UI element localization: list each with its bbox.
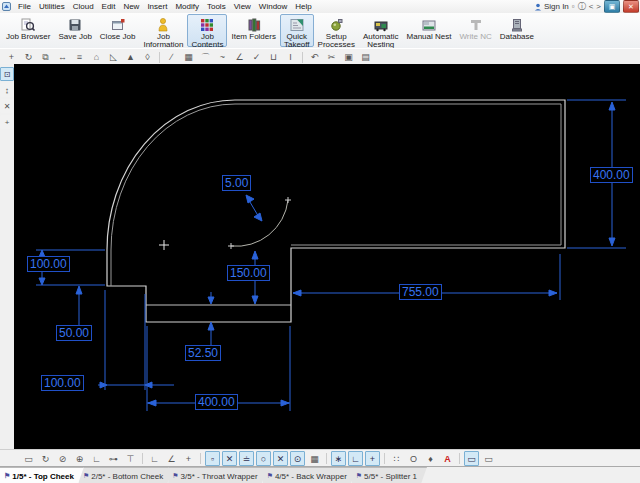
- midpoint-snap-icon[interactable]: ⊶: [106, 451, 121, 466]
- menu-window[interactable]: Window: [255, 0, 291, 13]
- cut-tool-icon[interactable]: ✂: [324, 50, 339, 65]
- tab-top-cheek[interactable]: ⚑ 1/5* - Top Cheek: [0, 467, 84, 483]
- curve-tool-icon[interactable]: ~: [215, 50, 230, 65]
- paste-tool-icon[interactable]: ▤: [358, 50, 373, 65]
- dim-tab-width[interactable]: 400.00: [195, 394, 238, 410]
- automatic-nesting-button[interactable]: AutomaticNesting: [359, 14, 403, 47]
- menu-new[interactable]: New: [119, 0, 143, 13]
- menu-file[interactable]: File: [14, 0, 35, 13]
- menu-edit[interactable]: Edit: [98, 0, 120, 13]
- pointer-icon[interactable]: ♦: [423, 451, 438, 466]
- grid-tool-icon[interactable]: ▦: [181, 50, 196, 65]
- save-job-button[interactable]: Save Job: [54, 14, 95, 47]
- text-tool-icon[interactable]: I: [283, 50, 298, 65]
- dim-left-height[interactable]: 100.00: [27, 256, 70, 272]
- center-snap-icon[interactable]: ⊕: [72, 451, 87, 466]
- undo-tool-icon[interactable]: ↶: [307, 50, 322, 65]
- dim-bottom-left[interactable]: 100.00: [41, 375, 84, 391]
- stretch-tool-icon[interactable]: ↔: [55, 50, 70, 65]
- trim-tool-icon[interactable]: ∕: [164, 50, 179, 65]
- chamfer-tool-icon[interactable]: ◺: [106, 50, 121, 65]
- add-point-tool-icon[interactable]: +: [0, 115, 14, 129]
- intersect-toggle-icon[interactable]: ✕: [222, 451, 237, 466]
- rotate-tool-icon[interactable]: ↻: [21, 50, 36, 65]
- dim-radius[interactable]: 5.00: [222, 175, 251, 191]
- copy-tool-icon[interactable]: ⧉: [38, 50, 53, 65]
- angle-tool-icon[interactable]: ∠: [232, 50, 247, 65]
- window-select-icon[interactable]: ▭: [21, 451, 36, 466]
- erase-tool-icon[interactable]: ✕: [0, 99, 14, 113]
- part-outline[interactable]: [107, 100, 565, 322]
- setup-processes-icon: [328, 17, 344, 33]
- cross-toggle-icon[interactable]: ✕: [273, 451, 288, 466]
- dim-left-offset[interactable]: 50.00: [56, 325, 92, 341]
- quadrant-toggle-icon[interactable]: ⊙: [290, 451, 305, 466]
- close-window-button[interactable]: ✕: [623, 0, 639, 13]
- grid-toggle-icon[interactable]: ▦: [307, 451, 322, 466]
- comment-icon[interactable]: ▭: [464, 451, 479, 466]
- comment2-icon[interactable]: ▭: [481, 451, 496, 466]
- menu-modify[interactable]: Modify: [171, 0, 203, 13]
- dim-tab-drop[interactable]: 150.00: [227, 265, 270, 281]
- quick-takeoff-button[interactable]: QuickTakeoff: [280, 14, 314, 47]
- job-contents-button[interactable]: JobContents: [187, 14, 227, 47]
- menu-tools[interactable]: Tools: [203, 0, 230, 13]
- item-folders-button[interactable]: Item Folders: [227, 14, 279, 47]
- job-information-button[interactable]: JobInformation: [139, 14, 187, 47]
- tab-splitter-1[interactable]: ⚑ 5/5* - Splitter 1: [352, 467, 427, 483]
- flag-icon: ⚑: [172, 472, 178, 480]
- drawing-canvas[interactable]: 5.00 100.00 50.00 100.00 400.00 150.00 5…: [14, 64, 640, 449]
- corner-snap-icon[interactable]: ∟: [89, 451, 104, 466]
- redline-tool-icon[interactable]: ⊡: [0, 67, 14, 81]
- pin-tool-icon[interactable]: ↨: [0, 83, 14, 97]
- ortho-toggle-icon[interactable]: ∟: [348, 451, 363, 466]
- offset-tool-icon[interactable]: ≡: [72, 50, 87, 65]
- restore-window-button[interactable]: ▣: [604, 0, 620, 13]
- close-job-button[interactable]: Close Job: [96, 14, 140, 47]
- fillet-tool-icon[interactable]: ▲: [123, 50, 138, 65]
- menu-cloud[interactable]: Cloud: [69, 0, 98, 13]
- nav-back-icon[interactable]: <: [589, 1, 594, 12]
- tab-throat-wrapper[interactable]: ⚑ 3/5* - Throat Wrapper: [168, 467, 267, 483]
- move-tool-icon[interactable]: +: [4, 50, 19, 65]
- menu-view[interactable]: View: [230, 0, 255, 13]
- checkbox-icon[interactable]: ▫: [572, 1, 575, 12]
- write-nc-button[interactable]: Write NC: [455, 14, 495, 47]
- job-information-icon: [155, 17, 171, 33]
- angle-snap-icon[interactable]: ∠: [164, 451, 179, 466]
- dim-body-height[interactable]: 400.00: [590, 167, 633, 183]
- copy-clip-tool-icon[interactable]: ▣: [341, 50, 356, 65]
- points-toggle-icon[interactable]: ∗: [331, 451, 346, 466]
- dots-icon[interactable]: ∷: [389, 451, 404, 466]
- parallel-toggle-icon[interactable]: ≐: [239, 451, 254, 466]
- menu-help[interactable]: Help: [291, 0, 315, 13]
- endpoint-toggle-icon[interactable]: ▫: [205, 451, 220, 466]
- tab-bottom-cheek[interactable]: ⚑ 2/5* - Bottom Cheek: [79, 467, 173, 483]
- dim-body-width[interactable]: 755.00: [399, 284, 442, 300]
- annotate-icon[interactable]: A: [440, 451, 455, 466]
- menu-utilities[interactable]: Utilities: [35, 0, 69, 13]
- node-toggle-icon[interactable]: ○: [256, 451, 271, 466]
- manual-nest-button[interactable]: Manual Nest: [403, 14, 456, 47]
- plus-toggle-icon[interactable]: +: [365, 451, 380, 466]
- arc-tool-icon[interactable]: ⌒: [198, 50, 213, 65]
- bridge-tool-icon[interactable]: ⊔: [266, 50, 281, 65]
- database-button[interactable]: Database: [496, 14, 538, 47]
- erase-tool-icon[interactable]: ◊: [140, 50, 155, 65]
- dim-flange[interactable]: 52.50: [185, 345, 221, 361]
- info-icon[interactable]: ⓘ: [578, 1, 586, 12]
- circle-icon[interactable]: O: [406, 451, 421, 466]
- job-browser-button[interactable]: Job Browser: [2, 14, 54, 47]
- setup-processes-button[interactable]: SetupProcesses: [314, 14, 359, 47]
- nav-forward-icon[interactable]: >: [596, 1, 601, 12]
- verify-tool-icon[interactable]: ✓: [249, 50, 264, 65]
- rotate-snap-icon[interactable]: ↻: [38, 451, 53, 466]
- home-tool-icon[interactable]: ⌂: [89, 50, 104, 65]
- circle-snap-icon[interactable]: ⊘: [55, 451, 70, 466]
- ortho-icon[interactable]: ∟: [147, 451, 162, 466]
- tab-back-wrapper[interactable]: ⚑ 4/5* - Back Wrapper: [263, 467, 357, 483]
- crosshair-icon[interactable]: +: [181, 451, 196, 466]
- menu-insert[interactable]: Insert: [143, 0, 171, 13]
- sign-in-button[interactable]: Sign In: [534, 2, 569, 11]
- perp-snap-icon[interactable]: ⊤: [123, 451, 138, 466]
